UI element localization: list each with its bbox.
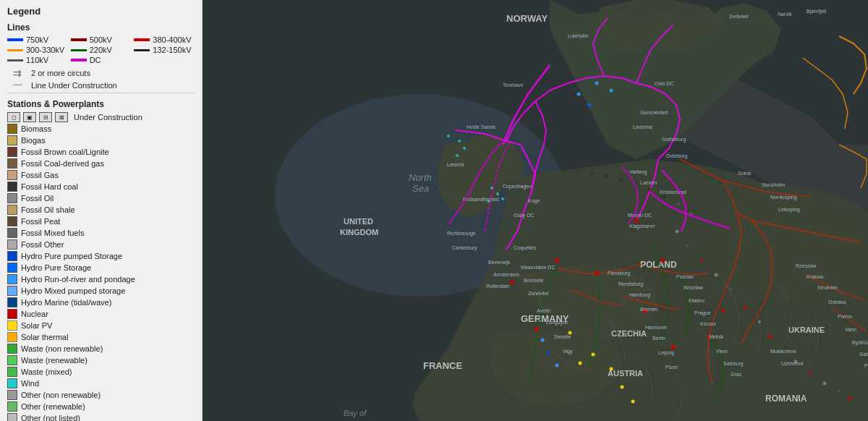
line-132kv: 132-150kV (134, 46, 195, 54)
svg-point-119 (447, 135, 450, 137)
svg-point-127 (563, 169, 566, 172)
construction-line-icon: ╌╌ (7, 80, 27, 90)
svg-point-42 (729, 288, 732, 291)
svg-text:Gummested: Gummested (640, 110, 668, 115)
svg-text:Mukacheve: Mukacheve (770, 349, 796, 354)
svg-point-45 (769, 335, 773, 339)
svg-point-34 (588, 103, 592, 107)
svg-text:Coquelles: Coquelles (514, 245, 537, 251)
svg-point-129 (590, 172, 594, 176)
circuit-construction: ╌╌ Line Under Construction (7, 80, 195, 90)
svg-point-40 (700, 259, 703, 262)
svg-point-36 (547, 352, 550, 355)
line-380kv: 380-400kV (134, 35, 195, 44)
svg-text:Wroclaw: Wroclaw (684, 285, 704, 290)
svg-text:Krakow: Krakow (807, 274, 824, 279)
svg-point-35 (556, 364, 559, 367)
svg-text:Koge: Koge (528, 198, 540, 204)
station-fossil-mixed: Fossil Mixed fuels (7, 228, 195, 238)
svg-text:Goteborg: Goteborg (666, 153, 687, 159)
station-other-renewable: Other (renewable) (7, 401, 195, 412)
lines-section-title: Lines (7, 22, 195, 33)
svg-point-41 (715, 273, 718, 277)
svg-point-16 (535, 327, 539, 331)
svg-text:Hvide Sande: Hvide Sande (467, 124, 495, 129)
circuit-multiple: ⇉ 2 or more circuts (7, 67, 195, 79)
svg-text:Rzeszow: Rzeszow (796, 263, 817, 268)
station-hydro-mixed: Hydro Mixed pumped storage (7, 286, 195, 296)
svg-text:Hamburg: Hamburg (629, 292, 650, 298)
svg-text:Laholm: Laholm (640, 180, 657, 185)
line-220kv: 220kV (71, 46, 132, 54)
svg-text:Amsterdam: Amsterdam (493, 272, 519, 277)
svg-text:Prague: Prague (694, 310, 711, 316)
station-solar-pv: Solar PV (7, 320, 195, 331)
svg-text:Osby DC: Osby DC (514, 213, 534, 218)
svg-text:Klagshamn: Klagshamn (629, 224, 655, 229)
svg-text:Bay of: Bay of (344, 409, 367, 417)
svg-text:Plzen: Plzen (665, 365, 678, 370)
station-biomass: Biomass (7, 124, 195, 134)
svg-text:Copenhagen: Copenhagen (503, 184, 532, 190)
legend-panel: Legend Lines 750kV 500kV 380-400kV 300-3… (0, 0, 203, 421)
svg-text:KINGDOM: KINGDOM (340, 228, 378, 237)
svg-text:Narvik: Narvik (778, 12, 792, 17)
svg-point-18 (595, 271, 599, 276)
station-fossil-other: Fossil Other (7, 239, 195, 250)
station-fossil-oil: Fossil Oil (7, 193, 195, 203)
line-300kv: 300-330kV (7, 46, 68, 54)
svg-text:Solna: Solna (738, 171, 751, 176)
svg-text:Berlin: Berlin (652, 336, 665, 341)
svg-text:CZECHIA: CZECHIA (611, 329, 647, 338)
line-500kv: 500kV (71, 35, 132, 44)
station-waste-non-renewable: Waste (non renewable) (7, 344, 195, 354)
svg-text:Gabcikovo: Gabcikovo (859, 352, 868, 357)
svg-point-48 (809, 371, 812, 374)
svg-text:Kocour: Kocour (700, 321, 717, 326)
svg-text:Vienr: Vienr (716, 349, 728, 354)
svg-text:Leipzig: Leipzig (658, 350, 674, 356)
svg-text:ROMANIA: ROMANIA (765, 394, 807, 404)
svg-point-44 (758, 320, 761, 323)
svg-text:Vigy: Vigy (563, 349, 573, 354)
svg-text:AUSTRIA: AUSTRIA (608, 369, 643, 378)
svg-point-19 (634, 218, 639, 223)
svg-text:Bjørnfjell: Bjørnfjell (807, 9, 827, 14)
station-hydro-pumped: Hydro Pure pumped Storage (7, 251, 195, 261)
map-area[interactable]: NORWAY North Sea UNITED KINGDOM FRANCE G… (203, 0, 868, 421)
svg-point-37 (541, 339, 545, 342)
station-solar-thermal: Solar thermal (7, 332, 195, 342)
svg-text:Beverwijk: Beverwijk (488, 260, 510, 265)
station-other-non-renewable: Other (non renewable) (7, 390, 195, 400)
svg-text:Senelle: Senelle (554, 334, 571, 339)
line-110kv: 110kV (7, 56, 68, 64)
svg-text:Linkoping: Linkoping (778, 207, 800, 213)
svg-text:Canterbury: Canterbury (452, 245, 477, 251)
svg-text:Malmo DC: Malmo DC (628, 213, 652, 218)
svg-text:Uzhhorod: Uzhhorod (781, 361, 803, 366)
svg-text:Sea: Sea (412, 183, 429, 194)
station-biogas: Biogas (7, 135, 195, 145)
station-fossil-coal-gas: Fossil Coal-derived gas (7, 158, 195, 169)
station-hydro-river: Hydro Run-of-river and pondage (7, 274, 195, 284)
svg-point-131 (619, 178, 623, 182)
svg-point-39 (686, 244, 689, 247)
svg-point-134 (663, 195, 666, 199)
svg-point-43 (744, 306, 747, 310)
svg-text:Bystricany: Bystricany (852, 340, 868, 346)
svg-text:UNITED: UNITED (344, 217, 373, 226)
svg-text:Strumien: Strumien (817, 285, 838, 290)
svg-point-125 (501, 197, 504, 200)
svg-text:Rotterdam: Rotterdam (486, 284, 510, 289)
station-fossil-oil-shale: Fossil Oil shale (7, 205, 195, 215)
svg-text:Flensburg: Flensburg (608, 271, 630, 276)
svg-text:Varin: Varin (845, 327, 856, 332)
svg-point-17 (555, 258, 559, 263)
svg-point-49 (823, 382, 827, 386)
lines-grid: 750kV 500kV 380-400kV 300-330kV 220kV 13… (7, 35, 195, 64)
svg-point-15 (510, 280, 514, 284)
svg-text:FRANCE: FRANCE (423, 360, 462, 371)
station-other-not-listed: Other (not listed) (7, 413, 195, 421)
svg-text:Norrkorping: Norrkorping (770, 195, 797, 200)
svg-text:Varberg: Varberg (629, 169, 647, 175)
